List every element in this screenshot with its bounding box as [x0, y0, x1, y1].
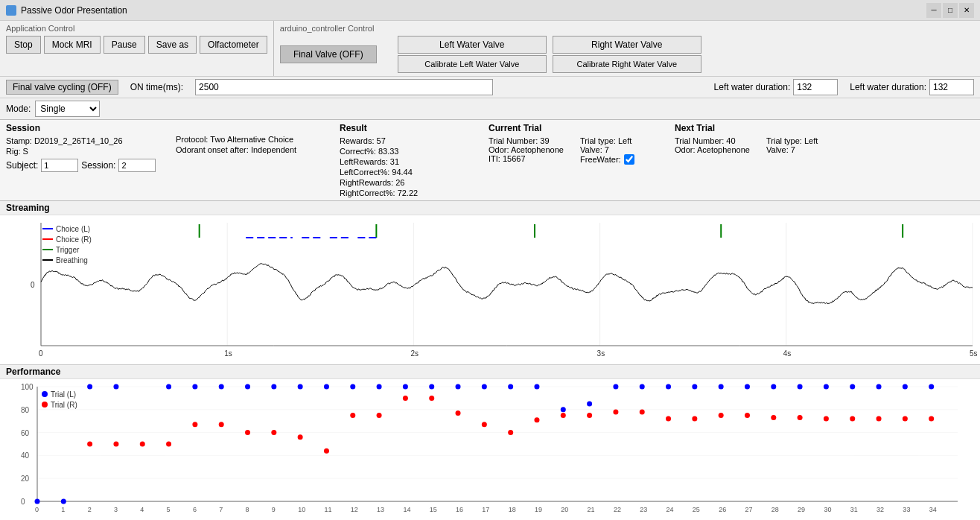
mock-mri-button[interactable]: Mock MRI [44, 36, 101, 54]
next-valve: Valve: 7 [766, 145, 855, 154]
maximize-button[interactable]: □ [943, 3, 958, 18]
performance-title: Performance [0, 365, 980, 379]
subject-label: Subject: [6, 160, 38, 171]
streaming-chart [0, 215, 980, 364]
title-bar-title: Passive Odor Presentation [21, 5, 127, 16]
next-trial-title: Next Trial [675, 123, 855, 133]
minimize-button[interactable]: ─ [926, 3, 941, 18]
session-title: Session [6, 123, 170, 133]
title-bar: Passive Odor Presentation ─ □ ✕ [0, 0, 980, 21]
final-valve-button[interactable]: Final Valve (OFF) [280, 45, 377, 63]
current-trial-number: Trial Number: 39 [489, 136, 577, 145]
current-trial-title: Current Trial [489, 123, 669, 133]
performance-chart [0, 379, 980, 520]
rewards-line: Rewards: 57 [340, 136, 483, 145]
save-as-button[interactable]: Save as [148, 36, 197, 54]
right-duration-input[interactable] [929, 79, 974, 95]
protocol-section: Protocol: Two Alternative Choice Odorant… [170, 123, 334, 197]
left-rewards-line: LeftRewards: 31 [340, 157, 483, 166]
cycling-button[interactable]: Final valve cycling (OFF) [6, 80, 118, 95]
right-correct-line: RightCorrect%: 72.22 [340, 188, 483, 197]
right-duration-label: Left water duration: [850, 82, 926, 92]
calibrate-right-button[interactable]: Calibrate Right Water Valve [553, 55, 701, 73]
left-correct-line: LeftCorrect%: 94.44 [340, 168, 483, 177]
next-trial-section: Next Trial Trial Number: 40 Trial type: … [669, 123, 855, 197]
mode-label: Mode: [6, 104, 31, 114]
mode-select[interactable]: Single Continuous [35, 101, 100, 117]
stop-button[interactable]: Stop [6, 36, 41, 54]
performance-section: Performance [0, 365, 980, 520]
charts-area: Streaming Performance [0, 201, 980, 520]
free-water-label: FreeWater: [580, 155, 621, 164]
current-valve: Valve: 7 [580, 145, 669, 154]
olfactometer-button[interactable]: Olfactometer [200, 36, 267, 54]
main-container: Application Control Stop Mock MRI Pause … [0, 21, 980, 520]
current-iti: ITI: 15667 [489, 154, 577, 165]
odorant-onset-line: Odorant onset after: Independent [176, 145, 334, 154]
calibrate-left-button[interactable]: Calibrate Left Water Valve [398, 55, 547, 73]
result-section: Result Rewards: 57 Correct%: 83.33 LeftR… [334, 123, 483, 197]
correct-line: Correct%: 83.33 [340, 147, 483, 156]
session-input[interactable] [118, 159, 156, 172]
right-rewards-line: RightRewards: 26 [340, 178, 483, 187]
arduino-control-label: arduino_controller Control [280, 24, 974, 33]
right-water-valve-button[interactable]: Right Water Valve [553, 36, 701, 54]
current-odor: Odor: Acetophenone [489, 145, 577, 154]
current-trial-type: Trial type: Left [580, 136, 669, 145]
session-section: Session Stamp: D2019_2_26T14_10_26 Rig: … [6, 123, 170, 197]
close-button[interactable]: ✕ [959, 3, 974, 18]
next-trial-number: Trial Number: 40 [675, 136, 763, 145]
next-odor: Odor: Acetophenone [675, 145, 763, 154]
streaming-section: Streaming [0, 201, 980, 365]
current-trial-section: Current Trial Trial Number: 39 Trial typ… [483, 123, 669, 197]
subject-input[interactable] [41, 159, 78, 172]
rig-line: Rig: S [6, 147, 170, 156]
on-time-input[interactable] [195, 79, 493, 95]
result-title: Result [340, 123, 483, 133]
streaming-title: Streaming [0, 201, 980, 215]
session-label: Session: [81, 160, 115, 171]
on-time-label: ON time(ms): [130, 82, 183, 92]
next-trial-type: Trial type: Left [766, 136, 855, 145]
pause-button[interactable]: Pause [104, 36, 145, 54]
app-control-label: Application Control [6, 24, 267, 33]
protocol-line: Protocol: Two Alternative Choice [176, 135, 334, 144]
left-duration-label: Left water duration: [714, 82, 791, 92]
free-water-checkbox[interactable] [624, 154, 634, 165]
stamp-line: Stamp: D2019_2_26T14_10_26 [6, 136, 170, 145]
left-water-valve-button[interactable]: Left Water Valve [398, 36, 547, 54]
app-icon [6, 5, 16, 16]
left-duration-input[interactable] [793, 79, 838, 95]
